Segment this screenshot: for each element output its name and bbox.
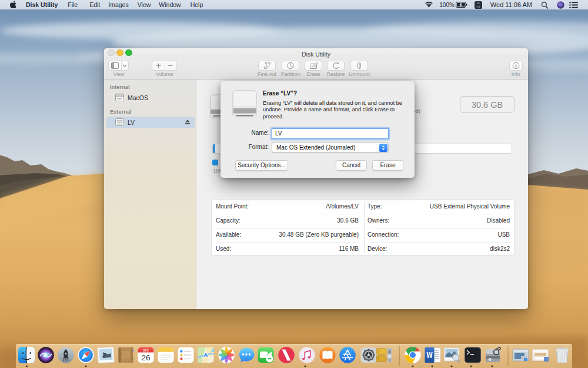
- svg-text:DEC: DEC: [143, 349, 149, 352]
- svg-text:26: 26: [141, 353, 150, 362]
